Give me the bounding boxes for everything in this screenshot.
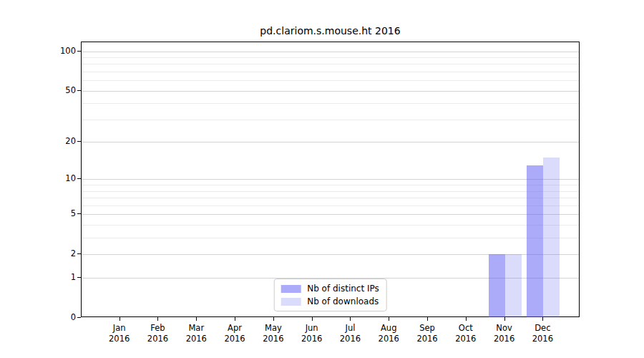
- gridline-minor: [82, 80, 579, 81]
- bar-downloads: [505, 254, 522, 317]
- legend-label-distinct-ips: Nb of distinct IPs: [307, 284, 379, 294]
- y-tick-label: 10: [10, 173, 76, 183]
- legend: Nb of distinct IPs Nb of downloads: [273, 279, 387, 311]
- x-tick-label: Feb2016: [136, 323, 179, 344]
- x-tick-mark: [196, 317, 197, 321]
- y-tick-label: 50: [10, 85, 76, 95]
- y-tick-mark: [77, 90, 81, 91]
- y-tick-mark: [77, 253, 81, 254]
- gridline-major: [82, 142, 579, 142]
- y-tick-label: 100: [10, 46, 76, 56]
- gridline-minor: [82, 225, 579, 226]
- plot-area: Nb of distinct IPs Nb of downloads: [81, 42, 580, 317]
- x-tick-label: Nov2016: [483, 323, 526, 344]
- x-tick-label: Oct2016: [444, 323, 487, 344]
- x-tick-mark: [466, 317, 467, 321]
- x-tick-mark: [157, 317, 158, 321]
- y-tick-mark: [77, 213, 81, 214]
- figure: pd.clariom.s.mouse.ht 2016 Nb of distinc…: [0, 0, 644, 358]
- x-tick-label: Jun2016: [291, 323, 333, 344]
- x-tick-label: Sep2016: [406, 323, 449, 344]
- x-tick-label: May2016: [252, 323, 295, 344]
- x-tick-mark: [235, 317, 235, 321]
- x-tick-label: Jul2016: [328, 323, 371, 344]
- gridline-minor: [82, 238, 579, 238]
- x-tick-mark: [350, 317, 351, 321]
- y-tick-mark: [77, 277, 81, 278]
- gridline-minor: [82, 198, 579, 198]
- chart-title: pd.clariom.s.mouse.ht 2016: [81, 25, 580, 37]
- legend-swatch-downloads-icon: [280, 298, 301, 306]
- y-tick-label: 2: [10, 248, 76, 258]
- gridline-minor: [82, 185, 579, 185]
- y-tick-mark: [77, 141, 81, 142]
- x-tick-label: Apr2016: [213, 323, 256, 344]
- y-tick-label: 0: [10, 312, 76, 322]
- x-tick-label: Jan2016: [98, 323, 141, 344]
- gridline-minor: [82, 205, 579, 206]
- y-tick-mark: [77, 317, 81, 318]
- legend-swatch-distinct-ips-icon: [280, 285, 301, 293]
- x-tick-mark: [312, 317, 313, 321]
- legend-item-downloads: Nb of downloads: [280, 296, 379, 306]
- gridline-major: [82, 52, 579, 52]
- gridline-minor: [82, 120, 579, 120]
- x-tick-mark: [119, 317, 120, 321]
- x-tick-label: Aug2016: [367, 323, 410, 344]
- x-tick-mark: [273, 317, 274, 321]
- x-tick-label: Mar2016: [175, 323, 218, 344]
- legend-item-distinct-ips: Nb of distinct IPs: [280, 284, 379, 294]
- gridline-major: [82, 91, 579, 92]
- gridline-major: [82, 179, 579, 180]
- y-tick-label: 1: [10, 272, 76, 282]
- gridline-major: [82, 214, 579, 215]
- x-tick-mark: [389, 317, 389, 321]
- bar-distinct-ips: [489, 254, 505, 317]
- legend-label-downloads: Nb of downloads: [307, 296, 379, 306]
- y-tick-mark: [77, 51, 81, 52]
- gridline-minor: [82, 64, 579, 64]
- gridline-minor: [82, 72, 579, 72]
- gridline-minor: [82, 191, 579, 192]
- x-tick-mark: [504, 317, 505, 321]
- x-tick-label: Dec2016: [521, 323, 564, 344]
- x-tick-mark: [542, 317, 543, 321]
- y-tick-label: 5: [10, 208, 76, 218]
- gridline-minor: [82, 103, 579, 104]
- gridline-minor: [82, 57, 579, 58]
- x-tick-mark: [427, 317, 428, 321]
- y-tick-mark: [77, 178, 81, 179]
- bar-downloads: [543, 158, 560, 317]
- bar-distinct-ips: [527, 165, 543, 317]
- y-tick-label: 20: [10, 136, 76, 146]
